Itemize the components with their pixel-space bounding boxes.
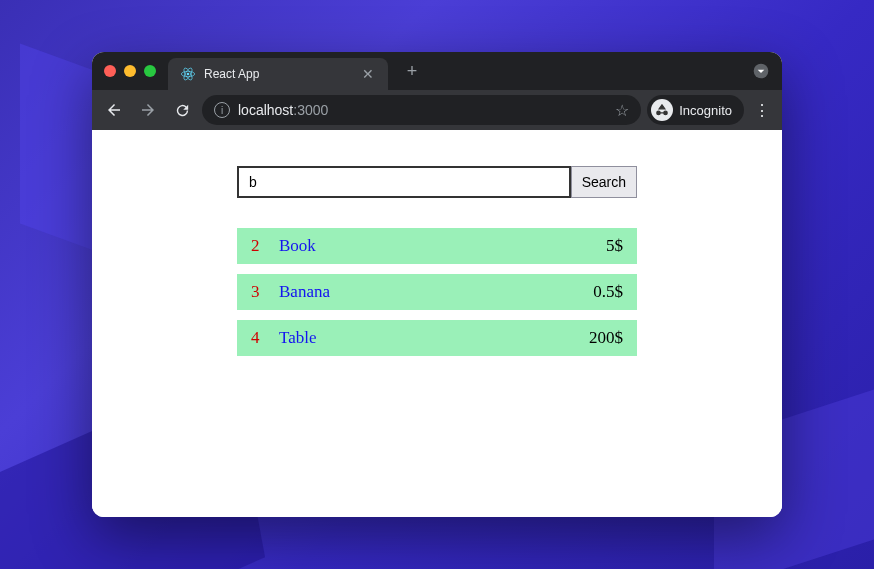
browser-window: React App ✕ + i localhost:3000 ☆: [92, 52, 782, 517]
address-bar: i localhost:3000 ☆ Incognito ⋮: [92, 90, 782, 130]
item-id: 2: [251, 236, 279, 256]
minimize-window-icon[interactable]: [124, 65, 136, 77]
page-content: Search 2 Book 5$ 3 Banana 0.5$ 4 Table 2…: [92, 130, 782, 517]
url-field[interactable]: i localhost:3000 ☆: [202, 95, 641, 125]
url-text: localhost:3000: [238, 102, 607, 118]
bookmark-star-icon[interactable]: ☆: [615, 101, 629, 120]
site-info-icon[interactable]: i: [214, 102, 230, 118]
reload-button[interactable]: [168, 96, 196, 124]
list-item: 2 Book 5$: [237, 228, 637, 264]
item-price: 200$: [589, 328, 623, 348]
back-button[interactable]: [100, 96, 128, 124]
maximize-window-icon[interactable]: [144, 65, 156, 77]
browser-tab[interactable]: React App ✕: [168, 58, 388, 90]
tab-bar: React App ✕ +: [92, 52, 782, 90]
profile-menu-icon[interactable]: [752, 62, 770, 80]
reload-icon: [174, 102, 191, 119]
incognito-icon: [651, 99, 673, 121]
close-window-icon[interactable]: [104, 65, 116, 77]
item-name: Banana: [279, 282, 593, 302]
svg-point-0: [187, 73, 190, 76]
list-item: 4 Table 200$: [237, 320, 637, 356]
item-id: 3: [251, 282, 279, 302]
list-item: 3 Banana 0.5$: [237, 274, 637, 310]
forward-button[interactable]: [134, 96, 162, 124]
arrow-right-icon: [139, 101, 157, 119]
item-id: 4: [251, 328, 279, 348]
react-favicon-icon: [180, 66, 196, 82]
search-input[interactable]: [237, 166, 571, 198]
incognito-label: Incognito: [679, 103, 732, 118]
browser-menu-button[interactable]: ⋮: [750, 101, 774, 120]
arrow-left-icon: [105, 101, 123, 119]
close-tab-icon[interactable]: ✕: [360, 66, 376, 82]
incognito-indicator[interactable]: Incognito: [647, 95, 744, 125]
item-price: 5$: [606, 236, 623, 256]
search-button[interactable]: Search: [571, 166, 637, 198]
window-controls: [104, 65, 156, 77]
search-row: Search: [92, 166, 782, 198]
tab-title: React App: [204, 67, 352, 81]
item-price: 0.5$: [593, 282, 623, 302]
url-port: :3000: [293, 102, 328, 118]
new-tab-button[interactable]: +: [400, 61, 424, 82]
results-list: 2 Book 5$ 3 Banana 0.5$ 4 Table 200$: [92, 228, 782, 356]
item-name: Book: [279, 236, 606, 256]
search-container: Search: [237, 166, 637, 198]
url-host: localhost: [238, 102, 293, 118]
item-name: Table: [279, 328, 589, 348]
